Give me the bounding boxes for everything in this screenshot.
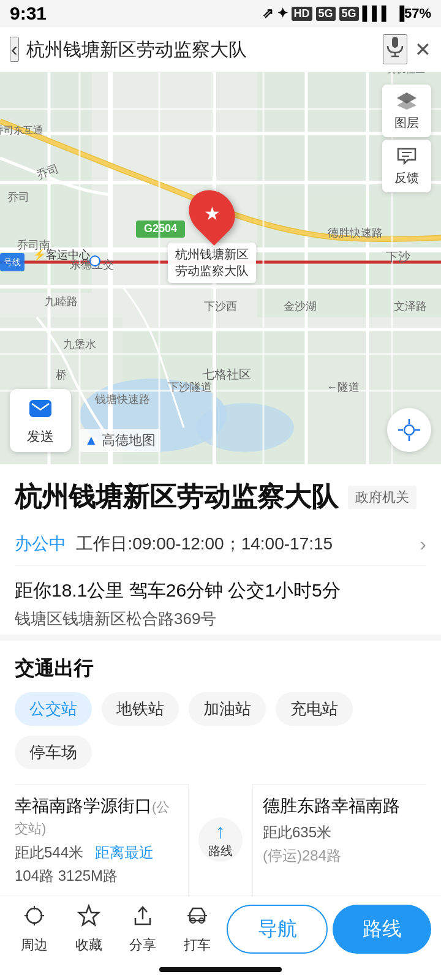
svg-text:金沙湖: 金沙湖 — [284, 300, 317, 312]
stop-1-name: 幸福南路学源街口(公交站) — [15, 794, 178, 838]
locate-button[interactable] — [387, 408, 431, 452]
search-bar: ‹ 杭州钱塘新区劳动监察大队 ✕ — [0, 27, 441, 72]
taxi-label: 打车 — [184, 936, 211, 954]
map-container[interactable]: G2504 乔司 乔司 乔司南 德胜快速路 下沙 九睦路 下沙西 金沙湖 文泽路… — [0, 72, 441, 464]
tab-charging[interactable]: 充电站 — [276, 692, 353, 726]
svg-rect-7 — [257, 195, 441, 317]
close-button[interactable]: ✕ — [415, 38, 431, 61]
mic-button[interactable] — [383, 34, 407, 64]
svg-text:乔司: 乔司 — [7, 191, 29, 203]
place-header: 杭州钱塘新区劳动监察大队 政府机关 — [15, 464, 426, 522]
tab-bus-station[interactable]: 公交站 — [15, 692, 92, 726]
svg-point-59 — [404, 425, 414, 435]
bus-stop-card-1: 幸福南路学源街口(公交站) 距此544米 距离最近 104路 3125M路 — [15, 784, 189, 895]
svg-text:下沙: 下沙 — [386, 250, 410, 263]
battery-icon: ▐57% — [394, 6, 431, 21]
svg-text:七格社区: 七格社区 — [202, 368, 251, 381]
divider-1 — [0, 635, 441, 641]
svg-text:下沙隧道: 下沙隧道 — [168, 381, 212, 393]
pin-label: 杭州钱塘新区 劳动监察大队 — [168, 243, 256, 283]
hours-arrow-icon: › — [420, 533, 426, 556]
tab-subway[interactable]: 地铁站 — [102, 692, 179, 726]
bus-stop-card-2: 德胜东路幸福南路 距此635米 (停运)284路 — [252, 784, 426, 895]
map-logo: ▲ 高德地图 — [80, 429, 160, 452]
bluetooth-icon: ✦ — [277, 6, 288, 21]
bus-stops-list: 幸福南路学源街口(公交站) 距此544米 距离最近 104路 3125M路 ↑ … — [15, 784, 426, 895]
send-button[interactable]: 发送 — [10, 389, 71, 452]
5g-badge: 5G — [316, 7, 336, 21]
transport-section: 交通出行 公交站 地铁站 加油站 充电站 停车场 幸福南路学源街口(公交站) 距… — [15, 641, 426, 895]
svg-marker-56 — [397, 100, 417, 110]
status-time: 9:31 — [10, 3, 47, 24]
route-button[interactable]: ↑ 路线 — [198, 818, 243, 862]
svg-text:号线: 号线 — [4, 257, 21, 267]
svg-text:下沙西: 下沙西 — [204, 300, 237, 312]
svg-text:杭轨社区: 杭轨社区 — [385, 72, 425, 74]
send-label: 发送 — [27, 429, 54, 444]
svg-point-12 — [196, 403, 294, 452]
place-tag: 政府机关 — [348, 486, 417, 509]
svg-rect-0 — [392, 37, 398, 48]
route-action-button[interactable]: 路线 — [333, 905, 431, 954]
navigate-button[interactable]: 导航 — [227, 905, 328, 954]
pin-icon — [179, 181, 244, 246]
send-icon — [15, 395, 66, 428]
stop-2-name: 德胜东路幸福南路 — [263, 794, 426, 818]
hd-badge: HD — [292, 7, 312, 21]
search-query[interactable]: 杭州钱塘新区劳动监察大队 — [26, 37, 375, 61]
svg-text:桥: 桥 — [55, 369, 67, 381]
status-bar: 9:31 ⇗ ✦ HD 5G 5G ▌▌▌ ▐57% — [0, 0, 441, 27]
bottom-actions: 周边 收藏 分享 — [0, 896, 441, 959]
nearest-badge: 距离最近 — [95, 844, 154, 861]
collect-label: 收藏 — [75, 936, 102, 954]
bottom-nav: 周边 收藏 分享 — [0, 895, 441, 980]
layers-icon — [387, 91, 426, 115]
svg-rect-64 — [29, 400, 51, 417]
nearby-button[interactable]: 周边 — [10, 903, 59, 954]
transport-title: 交通出行 — [15, 641, 426, 692]
svg-text:九堡水: 九堡水 — [63, 338, 96, 350]
nearby-label: 周边 — [21, 936, 48, 954]
mic-icon — [384, 36, 406, 58]
tab-parking[interactable]: 停车场 — [15, 736, 92, 769]
layers-button[interactable]: 图层 — [382, 85, 431, 137]
route-label: 路线 — [208, 843, 233, 859]
status-icons: ⇗ ✦ HD 5G 5G ▌▌▌ ▐57% — [262, 6, 431, 21]
distance-row: 距你18.1公里 驾车26分钟 公交1小时5分 钱塘区钱塘新区松合路369号 — [15, 566, 426, 635]
collect-button[interactable]: 收藏 — [64, 903, 114, 954]
logo-text: 高德地图 — [102, 432, 156, 448]
share-icon — [130, 903, 155, 933]
svg-text:文泽路: 文泽路 — [394, 300, 427, 312]
distance-info: 距你18.1公里 驾车26分钟 公交1小时5分 — [15, 578, 426, 603]
svg-text:九睦路: 九睦路 — [45, 295, 78, 307]
taxi-icon — [185, 903, 209, 933]
map-pin: 杭州钱塘新区 劳动监察大队 — [168, 189, 256, 283]
back-button[interactable]: ‹ — [10, 37, 19, 62]
feedback-button[interactable]: 反馈 — [382, 140, 431, 192]
signal-icon: ▌▌▌ — [363, 6, 391, 21]
svg-point-49 — [90, 256, 100, 266]
stop-2-routes: (停运)284路 — [263, 846, 426, 865]
svg-rect-4 — [0, 72, 92, 170]
place-name: 杭州钱塘新区劳动监察大队 — [15, 479, 338, 515]
feedback-label: 反馈 — [394, 171, 419, 184]
home-indicator — [0, 959, 441, 980]
svg-text:钱塘快速路: 钱塘快速路 — [94, 393, 150, 405]
nearby-icon — [22, 903, 47, 933]
stop-2-distance: 距此635米 — [263, 823, 426, 842]
locate-icon — [397, 418, 421, 442]
share-button[interactable]: 分享 — [118, 903, 168, 954]
svg-text:乔司东互通: 乔司东互通 — [0, 125, 43, 135]
hours-row[interactable]: 办公中 工作日:09:00-12:00；14:00-17:15 › — [15, 522, 426, 566]
svg-text:⚡客运中心: ⚡客运中心 — [32, 248, 90, 262]
svg-point-66 — [27, 908, 42, 923]
star-icon — [77, 903, 101, 933]
svg-text:←隧道: ←隧道 — [326, 381, 360, 393]
stop-1-distance: 距此544米 距离最近 — [15, 843, 178, 862]
route-icon: ↑ — [216, 820, 225, 843]
5g-badge2: 5G — [339, 7, 359, 21]
taxi-button[interactable]: 打车 — [173, 903, 222, 954]
stop-1-routes: 104路 3125M路 — [15, 866, 178, 886]
hours-status: 办公中 — [15, 534, 66, 553]
tab-gas-station[interactable]: 加油站 — [189, 692, 266, 726]
